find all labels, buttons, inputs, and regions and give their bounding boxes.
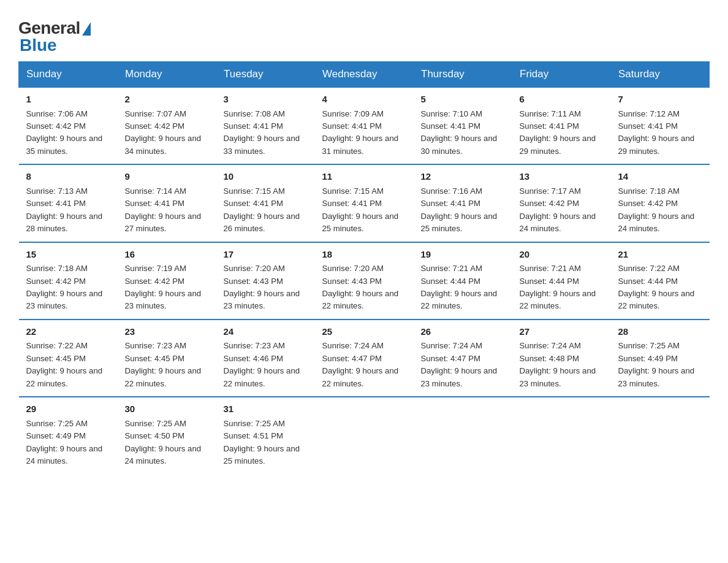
day-info: Sunrise: 7:17 AMSunset: 4:42 PMDaylight:… [520, 185, 604, 236]
day-info: Sunrise: 7:20 AMSunset: 4:43 PMDaylight:… [322, 262, 406, 313]
calendar-cell: 22Sunrise: 7:22 AMSunset: 4:45 PMDayligh… [19, 320, 118, 397]
weekday-header-sunday: Sunday [19, 62, 118, 88]
day-info: Sunrise: 7:13 AMSunset: 4:41 PMDaylight:… [26, 185, 110, 236]
weekday-header-tuesday: Tuesday [216, 62, 315, 88]
calendar-cell: 9Sunrise: 7:14 AMSunset: 4:41 PMDaylight… [118, 164, 216, 242]
calendar-cell: 13Sunrise: 7:17 AMSunset: 4:42 PMDayligh… [512, 164, 611, 242]
calendar-cell: 23Sunrise: 7:23 AMSunset: 4:45 PMDayligh… [118, 320, 216, 397]
day-number: 2 [125, 93, 209, 107]
day-info: Sunrise: 7:25 AMSunset: 4:49 PMDaylight:… [618, 340, 702, 390]
day-number: 5 [421, 93, 505, 107]
calendar-cell: 29Sunrise: 7:25 AMSunset: 4:49 PMDayligh… [19, 397, 118, 473]
day-number: 21 [618, 248, 702, 262]
day-number: 15 [26, 248, 110, 262]
weekday-header-wednesday: Wednesday [315, 62, 414, 88]
weekday-header-friday: Friday [512, 62, 611, 88]
day-info: Sunrise: 7:09 AMSunset: 4:41 PMDaylight:… [322, 108, 406, 158]
day-info: Sunrise: 7:18 AMSunset: 4:42 PMDaylight:… [26, 262, 110, 313]
day-info: Sunrise: 7:19 AMSunset: 4:42 PMDaylight:… [125, 262, 209, 313]
day-number: 8 [26, 170, 110, 184]
day-number: 28 [618, 325, 702, 339]
calendar-week-row: 29Sunrise: 7:25 AMSunset: 4:49 PMDayligh… [19, 397, 710, 473]
calendar-table: SundayMondayTuesdayWednesdayThursdayFrid… [18, 61, 710, 474]
day-number: 13 [520, 170, 604, 184]
day-number: 29 [26, 402, 110, 416]
logo-blue-text: Blue [20, 36, 57, 55]
day-info: Sunrise: 7:24 AMSunset: 4:47 PMDaylight:… [322, 340, 406, 390]
calendar-cell: 18Sunrise: 7:20 AMSunset: 4:43 PMDayligh… [315, 242, 414, 320]
day-info: Sunrise: 7:15 AMSunset: 4:41 PMDaylight:… [322, 185, 406, 236]
calendar-cell: 24Sunrise: 7:23 AMSunset: 4:46 PMDayligh… [216, 320, 315, 397]
day-info: Sunrise: 7:22 AMSunset: 4:44 PMDaylight:… [618, 262, 702, 313]
day-info: Sunrise: 7:25 AMSunset: 4:50 PMDaylight:… [125, 418, 209, 468]
day-number: 22 [26, 325, 110, 339]
logo-triangle-icon [82, 22, 91, 36]
day-number: 23 [125, 325, 209, 339]
calendar-cell: 25Sunrise: 7:24 AMSunset: 4:47 PMDayligh… [315, 320, 414, 397]
day-info: Sunrise: 7:07 AMSunset: 4:42 PMDaylight:… [125, 108, 209, 158]
calendar-cell: 11Sunrise: 7:15 AMSunset: 4:41 PMDayligh… [315, 164, 414, 242]
calendar-cell: 27Sunrise: 7:24 AMSunset: 4:48 PMDayligh… [512, 320, 611, 397]
day-number: 26 [421, 325, 505, 339]
calendar-week-row: 15Sunrise: 7:18 AMSunset: 4:42 PMDayligh… [19, 242, 710, 320]
day-info: Sunrise: 7:08 AMSunset: 4:41 PMDaylight:… [224, 108, 308, 158]
weekday-header-monday: Monday [118, 62, 216, 88]
calendar-cell: 31Sunrise: 7:25 AMSunset: 4:51 PMDayligh… [216, 397, 315, 473]
calendar-cell: 1Sunrise: 7:06 AMSunset: 4:42 PMDaylight… [19, 87, 118, 164]
calendar-cell: 10Sunrise: 7:15 AMSunset: 4:41 PMDayligh… [216, 164, 315, 242]
day-number: 9 [125, 170, 209, 184]
day-number: 24 [224, 325, 308, 339]
day-number: 14 [618, 170, 702, 184]
calendar-cell: 20Sunrise: 7:21 AMSunset: 4:44 PMDayligh… [512, 242, 611, 320]
calendar-cell: 30Sunrise: 7:25 AMSunset: 4:50 PMDayligh… [118, 397, 216, 473]
day-info: Sunrise: 7:12 AMSunset: 4:41 PMDaylight:… [618, 108, 702, 158]
day-number: 27 [520, 325, 604, 339]
calendar-cell [611, 397, 710, 473]
logo: General Blue [18, 18, 91, 55]
calendar-cell: 8Sunrise: 7:13 AMSunset: 4:41 PMDaylight… [19, 164, 118, 242]
day-info: Sunrise: 7:06 AMSunset: 4:42 PMDaylight:… [26, 108, 110, 158]
calendar-cell: 21Sunrise: 7:22 AMSunset: 4:44 PMDayligh… [611, 242, 710, 320]
day-info: Sunrise: 7:15 AMSunset: 4:41 PMDaylight:… [224, 185, 308, 236]
calendar-cell: 7Sunrise: 7:12 AMSunset: 4:41 PMDaylight… [611, 87, 710, 164]
weekday-header-thursday: Thursday [414, 62, 512, 88]
day-number: 18 [322, 248, 406, 262]
calendar-cell: 12Sunrise: 7:16 AMSunset: 4:41 PMDayligh… [414, 164, 512, 242]
day-info: Sunrise: 7:23 AMSunset: 4:45 PMDaylight:… [125, 340, 209, 390]
day-number: 25 [322, 325, 406, 339]
day-info: Sunrise: 7:14 AMSunset: 4:41 PMDaylight:… [125, 185, 209, 236]
calendar-cell [512, 397, 611, 473]
day-info: Sunrise: 7:20 AMSunset: 4:43 PMDaylight:… [224, 262, 308, 313]
day-info: Sunrise: 7:24 AMSunset: 4:48 PMDaylight:… [520, 340, 604, 390]
day-number: 17 [224, 248, 308, 262]
day-number: 19 [421, 248, 505, 262]
day-number: 30 [125, 402, 209, 416]
calendar-cell: 2Sunrise: 7:07 AMSunset: 4:42 PMDaylight… [118, 87, 216, 164]
calendar-week-row: 8Sunrise: 7:13 AMSunset: 4:41 PMDaylight… [19, 164, 710, 242]
day-info: Sunrise: 7:25 AMSunset: 4:49 PMDaylight:… [26, 418, 110, 468]
calendar-cell: 19Sunrise: 7:21 AMSunset: 4:44 PMDayligh… [414, 242, 512, 320]
calendar-cell: 26Sunrise: 7:24 AMSunset: 4:47 PMDayligh… [414, 320, 512, 397]
weekday-header-row: SundayMondayTuesdayWednesdayThursdayFrid… [19, 62, 710, 88]
day-info: Sunrise: 7:24 AMSunset: 4:47 PMDaylight:… [421, 340, 505, 390]
day-number: 1 [26, 93, 110, 107]
calendar-cell [414, 397, 512, 473]
day-info: Sunrise: 7:25 AMSunset: 4:51 PMDaylight:… [224, 418, 308, 468]
day-info: Sunrise: 7:10 AMSunset: 4:41 PMDaylight:… [421, 108, 505, 158]
calendar-cell: 28Sunrise: 7:25 AMSunset: 4:49 PMDayligh… [611, 320, 710, 397]
calendar-week-row: 22Sunrise: 7:22 AMSunset: 4:45 PMDayligh… [19, 320, 710, 397]
day-info: Sunrise: 7:23 AMSunset: 4:46 PMDaylight:… [224, 340, 308, 390]
calendar-cell: 14Sunrise: 7:18 AMSunset: 4:42 PMDayligh… [611, 164, 710, 242]
day-number: 10 [224, 170, 308, 184]
weekday-header-saturday: Saturday [611, 62, 710, 88]
day-info: Sunrise: 7:22 AMSunset: 4:45 PMDaylight:… [26, 340, 110, 390]
day-number: 6 [520, 93, 604, 107]
calendar-week-row: 1Sunrise: 7:06 AMSunset: 4:42 PMDaylight… [19, 87, 710, 164]
day-number: 7 [618, 93, 702, 107]
day-number: 4 [322, 93, 406, 107]
calendar-cell: 4Sunrise: 7:09 AMSunset: 4:41 PMDaylight… [315, 87, 414, 164]
calendar-cell: 16Sunrise: 7:19 AMSunset: 4:42 PMDayligh… [118, 242, 216, 320]
day-number: 3 [224, 93, 308, 107]
day-info: Sunrise: 7:21 AMSunset: 4:44 PMDaylight:… [421, 262, 505, 313]
day-number: 31 [224, 402, 308, 416]
